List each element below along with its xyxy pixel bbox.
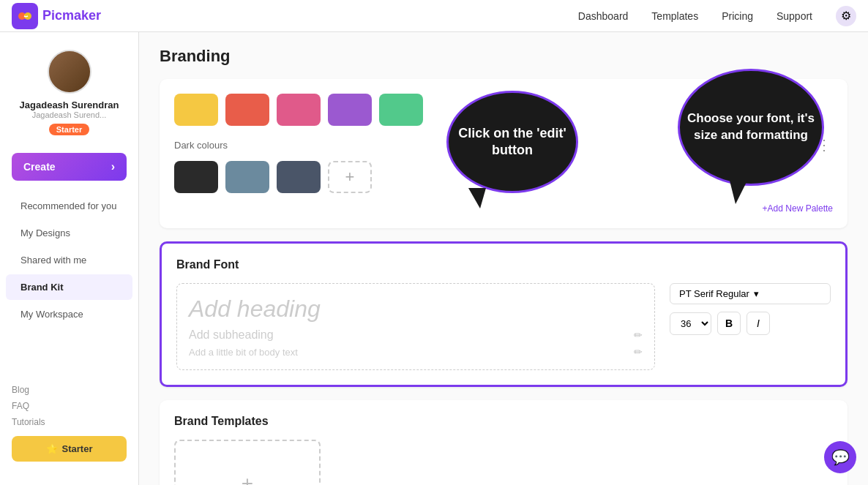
bubble-choose-font: Choose your font, it's size and formatti… (678, 69, 824, 186)
page-title: Branding (160, 47, 848, 66)
footer-blog[interactable]: Blog (12, 385, 127, 395)
subheading-row: Add subheading ✏ (189, 328, 643, 342)
user-name: Jagadeash Surendran (20, 99, 119, 110)
avatar-image (49, 51, 90, 92)
nav-support[interactable]: Support (777, 10, 812, 22)
brand-font-section: Brand Font Add heading Add subheading ✏ … (160, 241, 848, 387)
add-template-plus-icon: + (242, 472, 253, 486)
swatch-yellow[interactable] (174, 94, 218, 126)
logo: Picmaker (12, 3, 101, 29)
sidebar-footer: Blog FAQ Tutorials ⭐ Starter (0, 373, 138, 473)
sidebar-item-brand-kit[interactable]: Brand Kit (6, 274, 132, 300)
nav-pricing[interactable]: Pricing (722, 10, 753, 22)
sidebar-item-shared[interactable]: Shared with me (6, 247, 132, 273)
font-text-area: Add heading Add subheading ✏ Add a littl… (176, 283, 655, 370)
user-email: Jagadeash Surend... (32, 110, 107, 119)
add-palette-link[interactable]: +Add New Palette (174, 203, 833, 214)
sidebar-nav: Recommended for you My Designs Shared wi… (0, 187, 138, 334)
italic-button[interactable]: I (747, 312, 770, 335)
starter-upgrade-button[interactable]: ⭐ Starter (12, 436, 127, 462)
user-profile: Jagadeash Surendran Jagadeash Surend... … (0, 44, 138, 147)
body-row: Add a little bit of body text ✏ (189, 346, 643, 358)
brand-font-title: Brand Font (176, 258, 831, 271)
sidebar: Jagadeash Surendran Jagadeash Surend... … (0, 32, 139, 485)
brand-templates-section: Brand Templates + Add brand templates (160, 400, 848, 485)
create-label: Create (23, 161, 56, 173)
footer-tutorials[interactable]: Tutorials (12, 417, 127, 427)
font-name-label: PT Serif Regular (679, 288, 749, 299)
brand-templates-title: Brand Templates (174, 415, 833, 428)
swatch-coral[interactable] (225, 94, 269, 126)
font-size-controls: 36 24 48 B I (670, 312, 831, 335)
footer-faq[interactable]: FAQ (12, 401, 127, 411)
heading-placeholder[interactable]: Add heading (189, 296, 643, 323)
starter-badge: Starter (49, 124, 89, 135)
subheading-edit-icon[interactable]: ✏ (634, 329, 643, 341)
font-controls: PT Serif Regular ▾ 36 24 48 B I (670, 283, 831, 370)
sidebar-item-my-designs[interactable]: My Designs (6, 220, 132, 246)
body-edit-icon[interactable]: ✏ (634, 346, 643, 358)
chevron-down-icon: ▾ (754, 288, 759, 299)
nav-links: Dashboard Templates Pricing Support ⚙ (578, 6, 856, 26)
dark-colours-label: Dark colours (174, 140, 228, 151)
body-placeholder[interactable]: Add a little bit of body text (189, 347, 298, 358)
avatar (48, 50, 91, 94)
top-nav: Picmaker Dashboard Templates Pricing Sup… (0, 0, 868, 32)
swatch-dark1[interactable] (174, 161, 218, 193)
upgrade-label: Starter (62, 443, 93, 454)
main-content: Branding Dark colours ⋮ + +Add New Palet… (139, 32, 868, 485)
add-template-card[interactable]: + Add brand templates (174, 440, 321, 485)
chat-bubble[interactable]: 💬 (824, 441, 856, 473)
font-selector[interactable]: PT Serif Regular ▾ (670, 283, 831, 304)
swatch-dark2[interactable] (225, 161, 269, 193)
sidebar-item-workspace[interactable]: My Workspace (6, 301, 132, 327)
font-editor: Add heading Add subheading ✏ Add a littl… (176, 283, 831, 370)
app-layout: Jagadeash Surendran Jagadeash Surend... … (0, 0, 868, 485)
nav-templates[interactable]: Templates (651, 10, 698, 22)
swatch-green[interactable] (379, 94, 423, 126)
font-size-select[interactable]: 36 24 48 (670, 312, 711, 335)
swatch-pink[interactable] (277, 94, 321, 126)
bold-button[interactable]: B (717, 312, 741, 335)
swatch-dark3[interactable] (277, 161, 321, 193)
star-icon: ⭐ (46, 443, 58, 454)
footer-links: Blog FAQ Tutorials (12, 385, 127, 427)
sidebar-item-recommended[interactable]: Recommended for you (6, 193, 132, 219)
subheading-placeholder[interactable]: Add subheading (189, 328, 274, 342)
settings-icon[interactable]: ⚙ (836, 6, 856, 26)
create-arrow-icon: › (111, 160, 115, 173)
logo-text: Picmaker (42, 8, 101, 23)
add-dark-swatch[interactable]: + (328, 161, 372, 193)
nav-dashboard[interactable]: Dashboard (578, 10, 629, 22)
swatch-purple[interactable] (328, 94, 372, 126)
bubble-click-edit: Click on the 'edit' button (446, 91, 578, 193)
logo-icon (12, 3, 38, 29)
create-button[interactable]: Create › (12, 153, 127, 181)
